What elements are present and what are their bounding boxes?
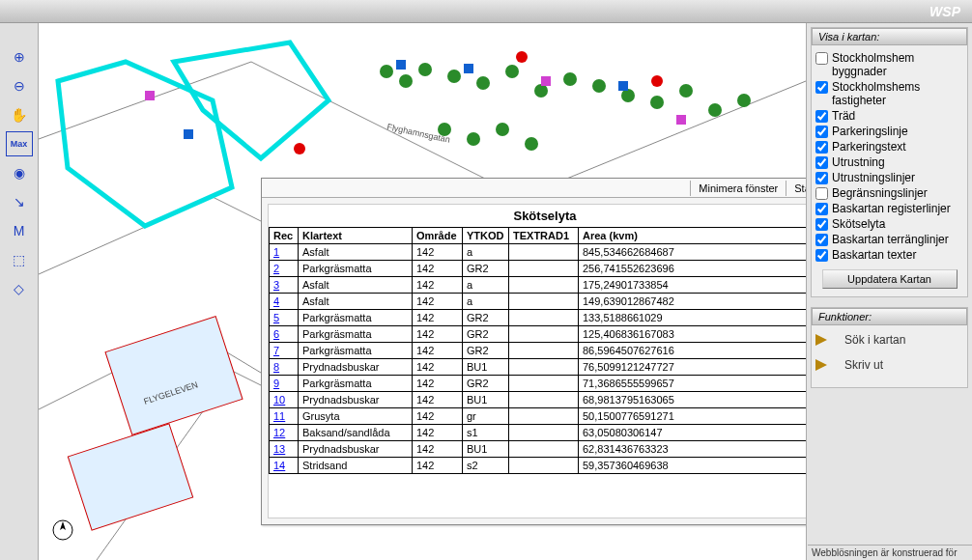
functions-panel: Funktioner: Sök i kartanSkriv ut xyxy=(811,307,968,388)
layer-checkbox[interactable] xyxy=(815,52,828,65)
layer-checkbox[interactable] xyxy=(815,156,828,169)
svg-point-20 xyxy=(525,137,538,151)
table-row: 8Prydnadsbuskar142BU176,5099121247727 xyxy=(270,359,807,376)
info-icon[interactable]: ⬚ xyxy=(6,247,33,272)
svg-point-30 xyxy=(651,75,663,87)
cell: GR2 xyxy=(463,261,509,277)
arrow-icon xyxy=(815,331,839,349)
layer-label[interactable]: Parkeringstext xyxy=(832,140,963,154)
layer-label[interactable]: Utrustning xyxy=(832,155,963,169)
layer-label[interactable]: Utrustningslinjer xyxy=(832,171,963,184)
layer-checkbox[interactable] xyxy=(815,218,828,231)
map-area[interactable]: Flyghamnsgatan FLYGELEVEN Minimera fönst… xyxy=(39,23,806,560)
rec-link[interactable]: 9 xyxy=(270,376,299,392)
layer-label[interactable]: Baskartan registerlinjer xyxy=(832,202,963,215)
cell: 142 xyxy=(413,244,463,261)
layer-checkbox[interactable] xyxy=(815,234,828,246)
cell xyxy=(509,458,579,474)
layer-checkbox[interactable] xyxy=(815,126,828,138)
cell xyxy=(509,277,579,294)
layer-row: Parkeringstext xyxy=(815,140,963,154)
layer-row: Utrustningslinjer xyxy=(815,171,963,184)
cell: BU1 xyxy=(463,359,509,376)
layer-label[interactable]: Parkeringslinje xyxy=(832,125,963,138)
cell: Asfalt xyxy=(299,244,413,261)
function-link[interactable]: Skriv ut xyxy=(815,356,963,374)
cell: 68,9813795163065 xyxy=(579,392,807,408)
svg-rect-26 xyxy=(145,91,155,100)
layer-checkbox[interactable] xyxy=(815,172,828,184)
rec-link[interactable]: 6 xyxy=(270,326,299,343)
layer-checkbox[interactable] xyxy=(815,203,828,215)
pan-icon[interactable]: ✋ xyxy=(6,102,33,127)
svg-point-11 xyxy=(592,79,606,93)
layer-label[interactable]: Träd xyxy=(832,109,963,123)
col-header: Område xyxy=(413,228,463,244)
data-window: Minimera fönster Stäng Skötselyta RecKla… xyxy=(261,178,806,525)
rec-link[interactable]: 5 xyxy=(270,310,299,326)
function-link[interactable]: Sök i kartan xyxy=(815,331,963,349)
layers-panel-title: Visa i kartan: xyxy=(812,28,967,45)
cell: Baksand/sandlåda xyxy=(299,425,413,441)
svg-point-29 xyxy=(516,51,528,63)
cell: s2 xyxy=(463,458,509,474)
layer-label[interactable]: Baskartan texter xyxy=(832,248,963,262)
update-map-button[interactable]: Uppdatera Kartan xyxy=(822,269,958,289)
zoom-in-icon[interactable]: ⊕ xyxy=(6,44,33,70)
svg-rect-21 xyxy=(396,60,406,70)
cell: 142 xyxy=(413,425,463,441)
cell: Parkgräsmatta xyxy=(299,343,413,359)
zoom-out-icon[interactable]: ⊖ xyxy=(6,73,33,98)
identify-icon[interactable]: ◉ xyxy=(6,160,33,185)
cell: Parkgräsmatta xyxy=(299,261,413,277)
cell: 63,05080306147 xyxy=(579,425,807,441)
layer-checkbox[interactable] xyxy=(815,249,828,262)
layer-label[interactable]: Stockholmshems fastigheter xyxy=(832,80,963,107)
rec-link[interactable]: 4 xyxy=(270,294,299,310)
rec-link[interactable]: 1 xyxy=(270,244,299,261)
rec-link[interactable]: 10 xyxy=(270,392,299,408)
rec-link[interactable]: 12 xyxy=(270,425,299,441)
layer-checkbox[interactable] xyxy=(815,141,828,154)
cell: 142 xyxy=(413,326,463,343)
layer-checkbox[interactable] xyxy=(815,81,828,94)
cell: 175,24901733854 xyxy=(579,277,807,294)
cell: 86,5964507627616 xyxy=(579,343,807,359)
table-row: 12Baksand/sandlåda142s163,05080306147 xyxy=(270,425,807,441)
layer-label[interactable]: Begränsningslinjer xyxy=(832,186,963,200)
svg-rect-25 xyxy=(676,115,686,125)
measure-icon[interactable]: M xyxy=(6,218,33,243)
rec-link[interactable]: 14 xyxy=(270,458,299,474)
rec-link[interactable]: 2 xyxy=(270,261,299,277)
close-window-link[interactable]: Stäng xyxy=(786,181,806,196)
cell: Asfalt xyxy=(299,277,413,294)
col-header: Area (kvm) xyxy=(579,228,807,244)
erase-icon[interactable]: ◇ xyxy=(6,276,33,301)
layer-label[interactable]: Baskartan terränglinjer xyxy=(832,233,963,246)
tool-palette: ⊕⊖✋Max◉↘M⬚◇ xyxy=(0,23,39,560)
layer-label[interactable]: Stockholmshem byggnader xyxy=(832,51,963,78)
cell: 142 xyxy=(413,458,463,474)
cell: a xyxy=(463,294,509,310)
col-header: Klartext xyxy=(299,228,413,244)
select-icon[interactable]: ↘ xyxy=(6,189,33,214)
layer-row: Baskartan terränglinjer xyxy=(815,233,963,246)
layer-label[interactable]: Skötselyta xyxy=(832,217,963,231)
cell: 142 xyxy=(413,376,463,392)
cell: 71,3686555599657 xyxy=(579,376,807,392)
rec-link[interactable]: 11 xyxy=(270,408,299,425)
layer-row: Stockholmshem byggnader xyxy=(815,51,963,78)
minimize-window-link[interactable]: Minimera fönster xyxy=(690,181,786,196)
svg-rect-22 xyxy=(464,64,473,73)
layer-checkbox[interactable] xyxy=(815,110,828,123)
rec-link[interactable]: 13 xyxy=(270,441,299,458)
svg-point-16 xyxy=(737,94,751,107)
rec-link[interactable]: 8 xyxy=(270,359,299,376)
data-scroll[interactable]: Skötselyta RecKlartextOmrådeYTKODTEXTRAD… xyxy=(268,204,806,518)
cell: 142 xyxy=(413,294,463,310)
rec-link[interactable]: 7 xyxy=(270,343,299,359)
arrow-icon xyxy=(815,356,839,374)
max-extent-icon[interactable]: Max xyxy=(6,131,33,156)
rec-link[interactable]: 3 xyxy=(270,277,299,294)
layer-checkbox[interactable] xyxy=(815,187,828,200)
